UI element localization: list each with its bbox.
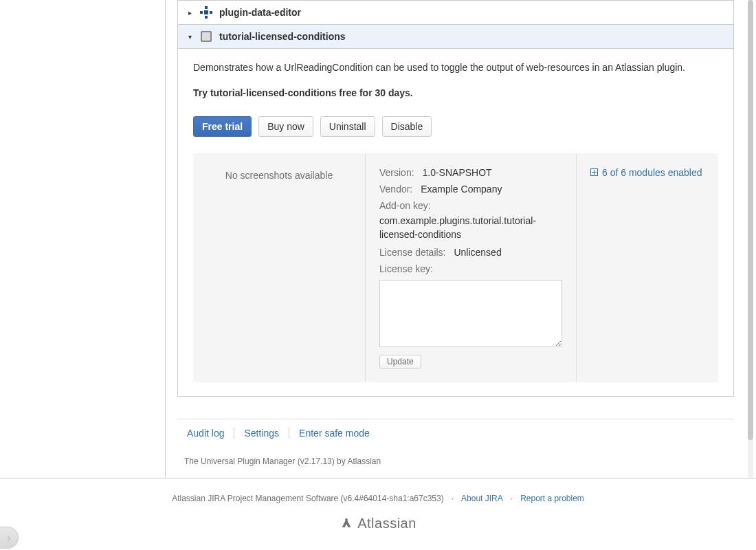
plugin-row-expanded-header[interactable]: ▾ tutorial-licensed-conditions [177, 25, 734, 49]
divider [177, 419, 734, 419]
disable-button[interactable]: Disable [382, 116, 432, 137]
svg-point-7 [345, 518, 348, 520]
chevron-down-icon: ▾ [185, 33, 194, 41]
screenshots-column: No screenshots available [193, 153, 366, 383]
license-details-label: License details: [379, 247, 446, 258]
about-jira-link[interactable]: About JIRA [461, 494, 502, 503]
vendor-value: Example Company [421, 184, 502, 195]
plugin-expanded-body: Demonstrates how a UrlReadingCondition c… [177, 49, 734, 397]
buy-now-button[interactable]: Buy now [258, 116, 313, 137]
addon-key-value: com.example.plugins.tutorial.tutorial-li… [379, 214, 562, 242]
license-details-value: Unlicensed [454, 247, 501, 258]
plugin-icon [200, 6, 212, 19]
audit-log-link[interactable]: Audit log [187, 428, 224, 439]
separator [289, 428, 289, 439]
svg-rect-0 [205, 6, 208, 9]
modules-column: 6 of 6 modules enabled [577, 153, 735, 383]
atlassian-logo-text: Atlassian [357, 516, 416, 531]
report-problem-link[interactable]: Report a problem [520, 494, 584, 503]
left-sidebar [0, 0, 166, 478]
expand-icon [590, 168, 598, 176]
chevron-right-icon: › [7, 531, 11, 545]
upm-version-note: The Universal Plugin Manager (v2.17.13) … [177, 456, 734, 466]
main-content: ▸ plugin-data-editor ▾ tu [177, 0, 734, 466]
uninstall-button[interactable]: Uninstall [320, 116, 375, 137]
modules-enabled-link[interactable]: 6 of 6 modules enabled [590, 167, 702, 178]
vertical-scrollbar[interactable] [748, 0, 753, 478]
update-license-button[interactable]: Update [379, 355, 421, 368]
svg-rect-3 [205, 16, 208, 19]
separator-dot: · [452, 494, 454, 503]
atlassian-logo[interactable]: Atlassian [340, 516, 416, 531]
free-trial-button[interactable]: Free trial [193, 116, 252, 137]
footer-product-info: Atlassian JIRA Project Management Softwa… [172, 494, 444, 503]
plugin-description: Demonstrates how a UrlReadingCondition c… [193, 61, 718, 75]
bottom-links: Audit log Settings Enter safe mode [177, 428, 734, 439]
no-screenshots-text: No screenshots available [225, 170, 333, 181]
plugin-action-buttons: Free trial Buy now Uninstall Disable [193, 116, 718, 137]
expand-panel-tab[interactable]: › [0, 527, 19, 549]
separator-dot: · [510, 494, 512, 503]
page-footer: Atlassian JIRA Project Management Softwa… [0, 478, 756, 533]
settings-link[interactable]: Settings [244, 428, 279, 439]
separator [234, 428, 234, 439]
enter-safe-mode-link[interactable]: Enter safe mode [299, 428, 370, 439]
plugin-row-collapsed[interactable]: ▸ plugin-data-editor [177, 0, 734, 25]
plugin-icon [200, 30, 212, 43]
metadata-column: Version: 1.0-SNAPSHOT Vendor: Example Co… [366, 153, 577, 383]
vendor-label: Vendor: [379, 184, 412, 195]
modules-text: 6 of 6 modules enabled [602, 167, 702, 178]
chevron-right-icon: ▸ [185, 9, 194, 16]
svg-rect-1 [200, 11, 203, 14]
plugin-try-line: Try tutorial-licensed-conditions free fo… [193, 87, 718, 98]
svg-rect-4 [204, 10, 208, 14]
scrollbar-thumb[interactable] [748, 0, 753, 440]
addon-key-label: Add-on key: [379, 200, 562, 211]
plugin-detail-box: No screenshots available Version: 1.0-SN… [193, 153, 718, 383]
license-key-label: License key: [379, 263, 562, 274]
version-value: 1.0-SNAPSHOT [422, 167, 491, 178]
version-label: Version: [379, 167, 414, 178]
svg-rect-2 [210, 11, 212, 14]
atlassian-logo-icon [340, 517, 353, 531]
svg-rect-6 [202, 32, 210, 41]
plugin-name: tutorial-licensed-conditions [219, 31, 346, 42]
license-key-input[interactable] [379, 280, 562, 347]
plugin-name: plugin-data-editor [219, 7, 301, 18]
